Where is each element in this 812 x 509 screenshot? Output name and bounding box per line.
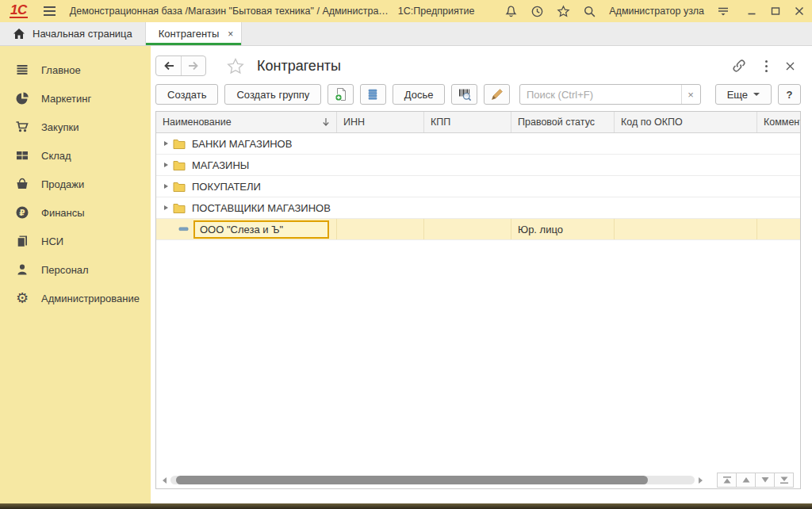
expand-arrow-icon[interactable] xyxy=(164,163,168,167)
person-icon xyxy=(15,262,29,277)
product-name: 1С:Предприятие xyxy=(398,6,475,17)
tab-contractors-label: Контрагенты xyxy=(159,28,220,40)
cell-legal-status: Юр. лицо xyxy=(511,219,615,239)
sidebar-item-personnel[interactable]: Персонал xyxy=(0,255,151,284)
expand-arrow-icon[interactable] xyxy=(164,141,168,146)
search-input[interactable] xyxy=(520,85,681,104)
main-menu-icon[interactable] xyxy=(44,6,56,16)
create-based-on-button[interactable] xyxy=(327,84,354,105)
forward-button[interactable] xyxy=(181,56,205,75)
more-actions-button[interactable]: Еще xyxy=(715,84,772,105)
sidebar-item-label: Финансы xyxy=(41,207,85,219)
cell-comment xyxy=(757,219,800,239)
group-name: ПОКУПАТЕЛИ xyxy=(192,181,261,193)
sidebar-item-warehouse[interactable]: Склад xyxy=(0,141,151,170)
basket-icon xyxy=(15,177,29,191)
blue-list-icon xyxy=(366,87,380,101)
back-button[interactable] xyxy=(156,56,181,75)
sidebar-item-sales[interactable]: Продажи xyxy=(0,170,151,198)
help-button[interactable]: ? xyxy=(778,84,801,105)
close-window-button[interactable] xyxy=(795,6,804,16)
table-row-group[interactable]: БАНКИ МАГАЗИНОВ xyxy=(156,133,800,155)
horizontal-scrollbar[interactable] xyxy=(170,476,695,484)
search-field: × xyxy=(519,84,701,105)
1c-logo: 1С xyxy=(10,4,28,18)
go-down-row-button[interactable] xyxy=(755,473,775,488)
column-header-name[interactable]: Наименование xyxy=(156,112,337,132)
more-menu-dots-icon[interactable] xyxy=(764,59,768,73)
sidebar-item-label: Склад xyxy=(41,150,71,162)
form-area: Контрагенты Создать Создать группу xyxy=(151,46,812,503)
cell-okpo xyxy=(615,219,757,239)
section-sidebar: Главное Маркетинг Закупки Склад Продажи xyxy=(0,46,151,503)
page-title: Контрагенты xyxy=(257,58,341,75)
sidebar-item-finance[interactable]: ₽ Финансы xyxy=(0,198,151,227)
focused-cell[interactable]: ООО "Слеза и Ъ" xyxy=(193,220,329,239)
stacked-pages-icon xyxy=(15,234,29,248)
clear-search-icon[interactable]: × xyxy=(681,85,700,104)
form-header: Контрагенты xyxy=(155,51,801,81)
edit-pencil-button[interactable] xyxy=(484,84,510,105)
add-favorite-star-icon[interactable] xyxy=(227,58,244,75)
minimize-button[interactable] xyxy=(747,6,756,16)
tab-contractors[interactable]: Контрагенты × xyxy=(146,22,243,45)
close-form-icon[interactable] xyxy=(786,62,795,71)
go-up-row-button[interactable] xyxy=(736,473,756,488)
window-titlebar: 1С Демонстрационная база /Магазин "Бытов… xyxy=(0,0,812,22)
column-header-okpo[interactable]: Код по ОКПО xyxy=(615,112,757,132)
column-header-kpp[interactable]: КПП xyxy=(424,112,511,132)
scrollbar-thumb[interactable] xyxy=(176,476,648,484)
sidebar-item-purchases[interactable]: Закупки xyxy=(0,113,151,141)
table-header: Наименование ИНН КПП Правовой статус Код… xyxy=(156,112,800,133)
sort-descending-icon xyxy=(322,117,330,128)
sidebar-item-label: Персонал xyxy=(41,264,89,276)
go-first-row-button[interactable] xyxy=(717,473,737,488)
gear-icon: ⚙ xyxy=(15,291,29,305)
dossier-button[interactable]: Досье xyxy=(393,84,446,105)
column-header-comment[interactable]: Комментарий xyxy=(757,112,800,132)
maximize-button[interactable] xyxy=(771,6,780,16)
pie-chart-icon xyxy=(15,91,29,105)
sidebar-item-label: Главное xyxy=(41,64,81,76)
tab-home-label: Начальная страница xyxy=(33,28,132,40)
column-header-legal-status[interactable]: Правовой статус xyxy=(511,112,615,132)
document-plus-icon xyxy=(334,87,348,101)
folder-icon xyxy=(173,138,186,149)
table-row-group[interactable]: ПОКУПАТЕЛИ xyxy=(156,176,800,197)
desktop-edge xyxy=(0,503,812,509)
list-settings-button[interactable] xyxy=(360,84,386,105)
sidebar-item-label: Маркетинг xyxy=(41,93,91,105)
history-icon[interactable] xyxy=(530,5,544,18)
item-dash-icon xyxy=(178,227,189,232)
get-link-icon[interactable] xyxy=(731,58,747,74)
table-row-group[interactable]: МАГАЗИНЫ xyxy=(156,155,800,176)
create-group-button[interactable]: Создать группу xyxy=(224,84,321,105)
table-row-selected[interactable]: ООО "Слеза и Ъ" Юр. лицо xyxy=(156,219,800,240)
expand-arrow-icon[interactable] xyxy=(164,184,168,189)
row-navigation-buttons xyxy=(718,473,794,488)
scroll-right-arrow[interactable] xyxy=(699,477,703,484)
barcode-search-button[interactable] xyxy=(451,84,477,105)
pencil-icon xyxy=(490,87,504,101)
go-last-row-button[interactable] xyxy=(774,473,794,488)
current-user[interactable]: Администратор узла xyxy=(609,6,704,17)
group-name: МАГАЗИНЫ xyxy=(192,159,249,171)
tab-home[interactable]: Начальная страница xyxy=(0,22,146,45)
notifications-bell-icon[interactable] xyxy=(504,5,518,18)
sidebar-item-nsi[interactable]: НСИ xyxy=(0,227,151,255)
ruble-circle-icon: ₽ xyxy=(15,205,29,220)
create-button[interactable]: Создать xyxy=(155,84,218,105)
sidebar-item-administration[interactable]: ⚙ Администрирование xyxy=(0,284,151,312)
column-header-inn[interactable]: ИНН xyxy=(337,112,424,132)
sidebar-item-main[interactable]: Главное xyxy=(0,55,151,84)
table-row-group[interactable]: ПОСТАВЩИКИ МАГАЗИНОВ xyxy=(156,197,800,219)
folder-icon xyxy=(173,181,186,192)
expand-arrow-icon[interactable] xyxy=(164,205,168,210)
tab-close-icon[interactable]: × xyxy=(228,29,233,40)
sidebar-item-label: Администрирование xyxy=(41,293,140,304)
global-search-icon[interactable] xyxy=(583,5,596,18)
scroll-left-arrow[interactable] xyxy=(163,477,167,484)
sidebar-item-marketing[interactable]: Маркетинг xyxy=(0,84,151,113)
favorites-star-icon[interactable] xyxy=(557,5,570,18)
user-menu-icon[interactable] xyxy=(717,5,730,17)
